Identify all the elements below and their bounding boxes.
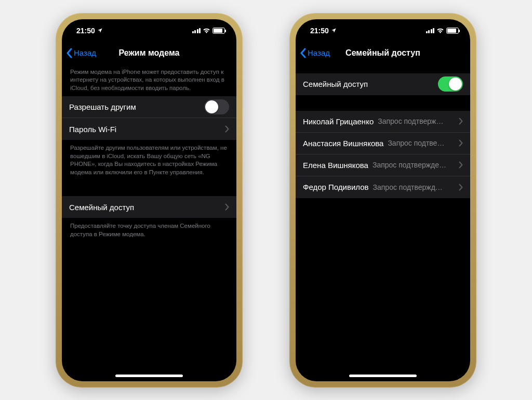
family-sharing-toggle-row[interactable]: Семейный доступ	[296, 73, 470, 95]
chevron-right-icon	[459, 184, 463, 191]
wifi-icon	[203, 28, 210, 33]
phone-mockup-right: 21:50 Назад Семейный доступ Семейный дос…	[289, 13, 476, 388]
navigation-bar: Назад Семейный доступ	[296, 42, 470, 64]
chevron-left-icon	[300, 48, 306, 58]
member-status: Запрос подтвержде…	[373, 161, 455, 169]
chevron-right-icon	[459, 161, 463, 169]
row-label: Пароль Wi-Fi	[69, 125, 116, 134]
member-name: Николай Грицаенко	[303, 117, 374, 126]
settings-group: Разрешать другим Пароль Wi-Fi	[62, 96, 236, 140]
back-button[interactable]: Назад	[66, 48, 96, 58]
back-label: Назад	[74, 48, 96, 57]
cellular-signal-icon	[192, 28, 201, 33]
section-description: Режим модема на iPhone может предоставит…	[62, 64, 236, 97]
list-item[interactable]: Николай Грицаенко Запрос подтверж…	[296, 111, 470, 133]
list-item[interactable]: Анастасия Вишнякова Запрос подтве…	[296, 133, 470, 154]
family-sharing-toggle[interactable]	[438, 76, 463, 92]
member-status: Запрос подтве…	[388, 139, 455, 147]
member-status: Запрос подтверж…	[378, 117, 455, 125]
settings-group: Семейный доступ	[296, 73, 470, 95]
section-description: Предоставляйте точку доступа членам Семе…	[62, 218, 236, 242]
row-label: Семейный доступ	[69, 203, 134, 212]
notch	[339, 19, 427, 34]
row-label: Семейный доступ	[303, 80, 368, 88]
member-name: Анастасия Вишнякова	[303, 139, 383, 148]
screen: 21:50 Назад Режим модема Режим модема на…	[62, 19, 236, 381]
battery-icon	[446, 28, 459, 34]
chevron-right-icon	[459, 139, 463, 147]
chevron-right-icon	[459, 118, 463, 125]
member-status: Запрос подтвержд…	[373, 183, 455, 191]
allow-others-row[interactable]: Разрешать другим	[62, 96, 236, 118]
location-icon	[97, 28, 103, 33]
navigation-bar: Назад Режим модема	[62, 42, 236, 64]
status-time: 21:50	[76, 27, 95, 35]
member-name: Елена Вишнякова	[303, 161, 368, 170]
cellular-signal-icon	[426, 28, 435, 33]
member-name: Федор Подивилов	[303, 183, 369, 191]
back-button[interactable]: Назад	[300, 48, 330, 58]
status-time: 21:50	[310, 27, 329, 35]
location-icon	[331, 28, 337, 33]
wifi-icon	[436, 28, 444, 33]
list-item[interactable]: Федор Подивилов Запрос подтвержд…	[296, 176, 470, 198]
battery-icon	[212, 28, 225, 34]
chevron-left-icon	[66, 48, 72, 58]
notch	[105, 19, 193, 34]
family-sharing-row[interactable]: Семейный доступ	[62, 196, 236, 218]
family-members-list: Николай Грицаенко Запрос подтверж… Анаст…	[296, 111, 470, 198]
back-label: Назад	[308, 48, 330, 57]
home-indicator[interactable]	[115, 375, 183, 377]
list-item[interactable]: Елена Вишнякова Запрос подтвержде…	[296, 154, 470, 176]
wifi-password-row[interactable]: Пароль Wi-Fi	[62, 118, 236, 140]
screen: 21:50 Назад Семейный доступ Семейный дос…	[296, 19, 470, 381]
home-indicator[interactable]	[349, 375, 417, 377]
allow-others-toggle[interactable]	[204, 99, 229, 114]
row-label: Разрешать другим	[69, 102, 136, 111]
chevron-right-icon	[225, 203, 229, 211]
chevron-right-icon	[225, 125, 229, 133]
phone-mockup-left: 21:50 Назад Режим модема Режим модема на…	[56, 13, 243, 388]
section-description: Разрешайте другим пользователям или устр…	[62, 140, 236, 180]
settings-group: Семейный доступ	[62, 196, 236, 218]
